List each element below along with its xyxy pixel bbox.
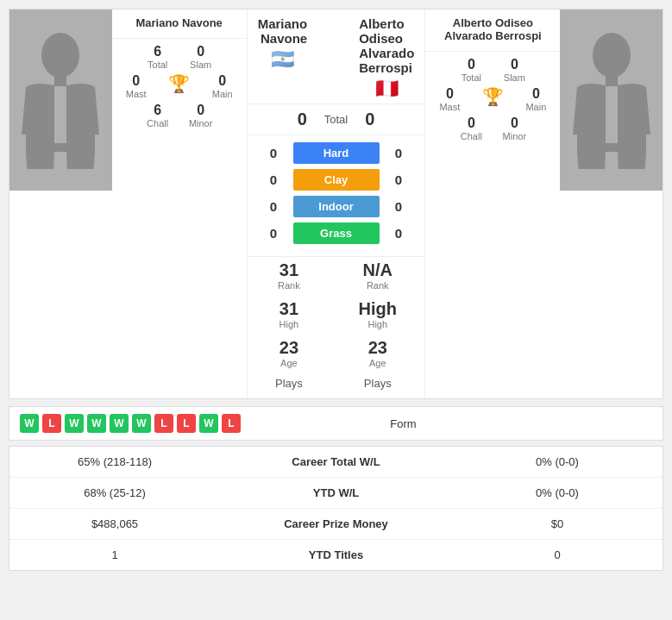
left-minor-stat: 0 Minor xyxy=(184,103,218,128)
left-flag: 🇦🇷 xyxy=(258,48,308,71)
form-section: WLWWWWLLWL Form xyxy=(9,406,663,441)
stat-label-1: YTD W/L xyxy=(210,486,462,499)
form-badge-1: L xyxy=(42,414,61,433)
stat-label-2: Career Prize Money xyxy=(210,517,462,530)
stats-row-3: 1 YTD Titles 0 xyxy=(9,540,663,570)
grass-badge: Grass xyxy=(293,222,380,244)
form-badges-left: WLWWWWLLWL xyxy=(20,414,241,433)
right-chall-stat: 0 Chall xyxy=(454,116,488,141)
left-stats-block: 6 Total 0 Slam 0 Mast 🏆 xyxy=(112,39,247,137)
form-badge-2: W xyxy=(65,414,84,433)
right-age: 23 Age xyxy=(368,338,387,368)
left-player-photo xyxy=(9,9,112,191)
stat-label-0: Career Total W/L xyxy=(210,455,462,468)
right-stats-block: 0 Total 0 Slam 0 Mast 🏆 xyxy=(425,52,560,150)
stat-left-2: $488,065 xyxy=(20,517,210,530)
left-total-slam: 6 Total 0 Slam xyxy=(141,44,218,70)
stat-right-3: 0 xyxy=(462,548,652,561)
stats-table: 65% (218-118) Career Total W/L 0% (0-0) … xyxy=(9,446,663,571)
stat-left-1: 68% (25-12) xyxy=(20,486,210,499)
left-main-stat: 0 Main xyxy=(205,73,240,99)
right-trophy-icon: 🏆 xyxy=(475,86,510,112)
right-mast-main: 0 Mast 🏆 0 Main xyxy=(432,86,553,112)
center-column: Mariano Navone 🇦🇷 Alberto Odiseo Alvarad… xyxy=(247,9,426,398)
form-label: Form xyxy=(246,417,561,430)
form-badge-4: W xyxy=(110,414,129,433)
right-main-stat: 0 Main xyxy=(518,86,553,112)
right-total-stat: 0 Total xyxy=(454,57,488,83)
left-player-name: Mariano Navone xyxy=(117,16,242,29)
stat-label-3: YTD Titles xyxy=(210,548,462,561)
svg-rect-1 xyxy=(54,76,66,86)
left-player-stats-section: Mariano Navone 6 Total 0 Slam 0 xyxy=(112,9,247,398)
right-rank: N/A Rank xyxy=(363,260,393,291)
left-age: 23 Age xyxy=(279,338,298,368)
total-score-row: 0 Total 0 xyxy=(248,104,425,135)
left-trophy-icon: 🏆 xyxy=(162,73,197,99)
indoor-badge: Indoor xyxy=(293,196,380,217)
right-player-stats-section: Alberto Odiseo Alvarado Berrospi 0 Total… xyxy=(425,9,560,398)
svg-point-0 xyxy=(41,33,79,78)
stats-row-1: 68% (25-12) YTD W/L 0% (0-0) xyxy=(9,478,663,509)
hard-badge: Hard xyxy=(293,142,380,164)
left-plays-label: Plays xyxy=(275,377,303,390)
center-left-name: Mariano Navone 🇦🇷 xyxy=(258,16,308,100)
right-slam-stat: 0 Slam xyxy=(497,57,531,83)
center-right-name: Alberto Odiseo Alvarado Berrospi 🇵🇪 xyxy=(359,16,414,100)
left-rank: 31 Rank xyxy=(278,260,300,291)
player-comparison-card: Mariano Navone 6 Total 0 Slam 0 xyxy=(9,9,663,399)
right-player-name: Alberto Odiseo Alvarado Berrospi xyxy=(430,16,555,42)
left-chall-stat: 6 Chall xyxy=(141,103,175,128)
right-minor-stat: 0 Minor xyxy=(497,116,531,141)
form-badge-9: L xyxy=(222,414,241,433)
left-mast-main: 0 Mast 🏆 0 Main xyxy=(119,73,240,99)
right-flag: 🇵🇪 xyxy=(359,78,414,100)
stats-row-2: $488,065 Career Prize Money $0 xyxy=(9,509,663,540)
right-mast-stat: 0 Mast xyxy=(432,86,467,112)
indoor-row: 0 Indoor 0 xyxy=(248,196,425,217)
form-badge-3: W xyxy=(87,414,106,433)
svg-point-2 xyxy=(593,33,631,78)
left-chall-minor: 6 Chall 0 Minor xyxy=(141,103,218,128)
stat-right-0: 0% (0-0) xyxy=(462,455,652,468)
hard-row: 0 Hard 0 xyxy=(248,142,425,164)
stat-left-0: 65% (218-118) xyxy=(20,455,210,468)
form-badge-7: L xyxy=(177,414,196,433)
right-plays-label: Plays xyxy=(364,377,392,390)
form-badge-5: W xyxy=(132,414,151,433)
right-chall-minor: 0 Chall 0 Minor xyxy=(454,116,531,141)
stats-row-0: 65% (218-118) Career Total W/L 0% (0-0) xyxy=(9,447,663,478)
stat-left-3: 1 xyxy=(20,548,210,561)
left-mast-stat: 0 Mast xyxy=(119,73,154,99)
left-slam-stat: 0 Slam xyxy=(184,44,218,70)
right-silhouette xyxy=(560,9,663,191)
left-center-stats: 31 Rank 31 High 23 Age Plays xyxy=(275,260,303,395)
grass-row: 0 Grass 0 xyxy=(248,222,425,244)
left-high: 31 High xyxy=(279,299,299,329)
right-player-photo xyxy=(560,9,663,191)
left-silhouette xyxy=(9,9,112,191)
form-badge-6: L xyxy=(154,414,173,433)
surfaces-section: 0 Hard 0 0 Clay 0 0 Indoor 0 0 Grass xyxy=(248,135,425,256)
right-total-slam: 0 Total 0 Slam xyxy=(454,57,531,83)
left-total-stat: 6 Total xyxy=(141,44,175,70)
stat-right-2: $0 xyxy=(462,517,652,530)
right-center-stats: N/A Rank High High 23 Age Plays xyxy=(359,260,397,395)
clay-row: 0 Clay 0 xyxy=(248,169,425,191)
form-badge-0: W xyxy=(20,414,39,433)
clay-badge: Clay xyxy=(293,169,380,191)
form-badge-8: W xyxy=(199,414,218,433)
main-container: Mariano Navone 6 Total 0 Slam 0 xyxy=(0,0,672,579)
stats-rows-container: 65% (218-118) Career Total W/L 0% (0-0) … xyxy=(9,447,663,570)
svg-rect-3 xyxy=(606,76,618,86)
stat-right-1: 0% (0-0) xyxy=(462,486,652,499)
right-high: High High xyxy=(359,299,397,329)
